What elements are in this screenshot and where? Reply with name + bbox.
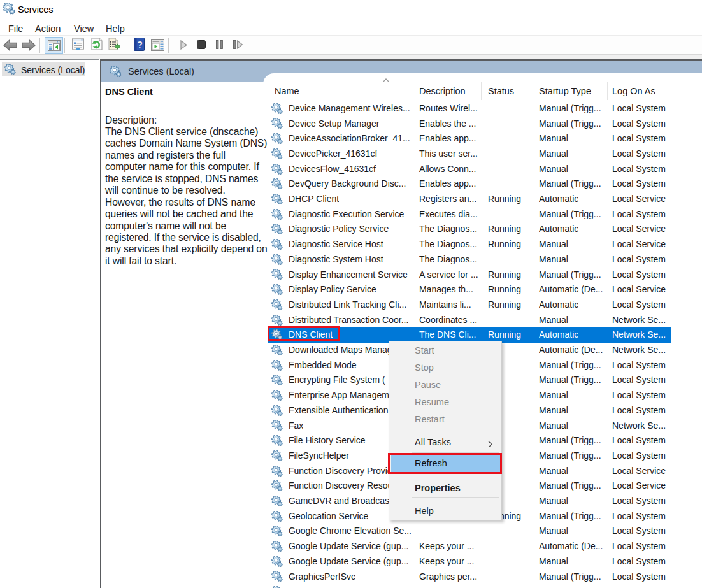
- svg-text:?: ?: [137, 39, 143, 50]
